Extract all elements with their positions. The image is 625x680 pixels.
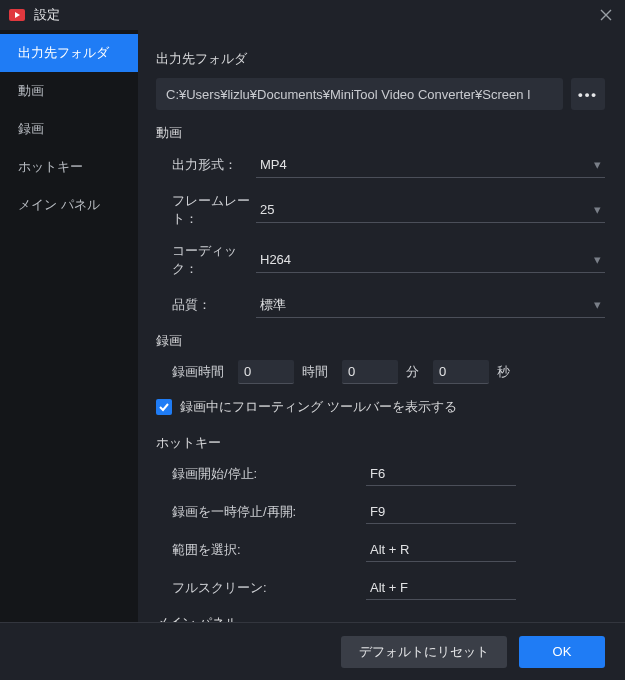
quality-label: 品質：: [156, 296, 256, 314]
sidebar: 出力先フォルダ 動画 録画 ホットキー メイン パネル: [0, 30, 138, 622]
sidebar-item-hotkey[interactable]: ホットキー: [0, 148, 138, 186]
window-title: 設定: [34, 6, 60, 24]
section-main-panel: メイン パネル: [156, 614, 605, 622]
sidebar-item-record[interactable]: 録画: [0, 110, 138, 148]
close-icon[interactable]: [595, 4, 617, 26]
hotkey-start-stop-label: 録画開始/停止:: [156, 465, 366, 483]
app-icon: [8, 6, 26, 24]
hotkey-select-region-value[interactable]: Alt + R: [366, 538, 516, 562]
ellipsis-icon: •••: [578, 87, 598, 102]
hotkey-pause-resume-label: 録画を一時停止/再開:: [156, 503, 366, 521]
content-area: 出力先フォルダ ••• 動画 出力形式： MP4 ▾ フレームレート： 25: [138, 30, 625, 622]
checkbox-checked-icon[interactable]: [156, 399, 172, 415]
sidebar-item-output-folder[interactable]: 出力先フォルダ: [0, 34, 138, 72]
floating-toolbar-row[interactable]: 録画中にフローティング ツールバーを表示する: [156, 398, 605, 416]
section-record: 録画: [156, 332, 605, 350]
titlebar: 設定: [0, 0, 625, 30]
footer: デフォルトにリセット OK: [0, 622, 625, 680]
format-select[interactable]: MP4 ▾: [256, 152, 605, 178]
codec-select[interactable]: H264 ▾: [256, 247, 605, 273]
framerate-select[interactable]: 25 ▾: [256, 197, 605, 223]
framerate-label: フレームレート：: [156, 192, 256, 228]
minutes-unit: 分: [406, 363, 419, 381]
hours-unit: 時間: [302, 363, 328, 381]
hotkey-select-region-label: 範囲を選択:: [156, 541, 366, 559]
seconds-unit: 秒: [497, 363, 510, 381]
settings-window: 設定 出力先フォルダ 動画 録画 ホットキー メイン パネル 出力先フォルダ •…: [0, 0, 625, 680]
hotkey-start-stop-value[interactable]: F6: [366, 462, 516, 486]
chevron-down-icon: ▾: [594, 297, 601, 312]
quality-select[interactable]: 標準 ▾: [256, 292, 605, 318]
hotkey-fullscreen-value[interactable]: Alt + F: [366, 576, 516, 600]
format-label: 出力形式：: [156, 156, 256, 174]
ok-button[interactable]: OK: [519, 636, 605, 668]
chevron-down-icon: ▾: [594, 252, 601, 267]
section-output: 出力先フォルダ: [156, 50, 605, 68]
hours-input[interactable]: [238, 360, 294, 384]
duration-label: 録画時間: [172, 363, 224, 381]
body: 出力先フォルダ 動画 録画 ホットキー メイン パネル 出力先フォルダ ••• …: [0, 30, 625, 622]
minutes-input[interactable]: [342, 360, 398, 384]
browse-button[interactable]: •••: [571, 78, 605, 110]
sidebar-item-main-panel[interactable]: メイン パネル: [0, 186, 138, 224]
chevron-down-icon: ▾: [594, 202, 601, 217]
section-video: 動画: [156, 124, 605, 142]
section-hotkey: ホットキー: [156, 434, 605, 452]
codec-label: コーディック：: [156, 242, 256, 278]
record-duration-row: 録画時間 時間 分 秒: [156, 360, 605, 384]
output-path-row: •••: [156, 78, 605, 110]
seconds-input[interactable]: [433, 360, 489, 384]
hotkey-fullscreen-label: フルスクリーン:: [156, 579, 366, 597]
reset-defaults-button[interactable]: デフォルトにリセット: [341, 636, 507, 668]
sidebar-item-video[interactable]: 動画: [0, 72, 138, 110]
floating-toolbar-label: 録画中にフローティング ツールバーを表示する: [180, 398, 457, 416]
output-path-input[interactable]: [156, 78, 563, 110]
hotkey-pause-resume-value[interactable]: F9: [366, 500, 516, 524]
chevron-down-icon: ▾: [594, 157, 601, 172]
